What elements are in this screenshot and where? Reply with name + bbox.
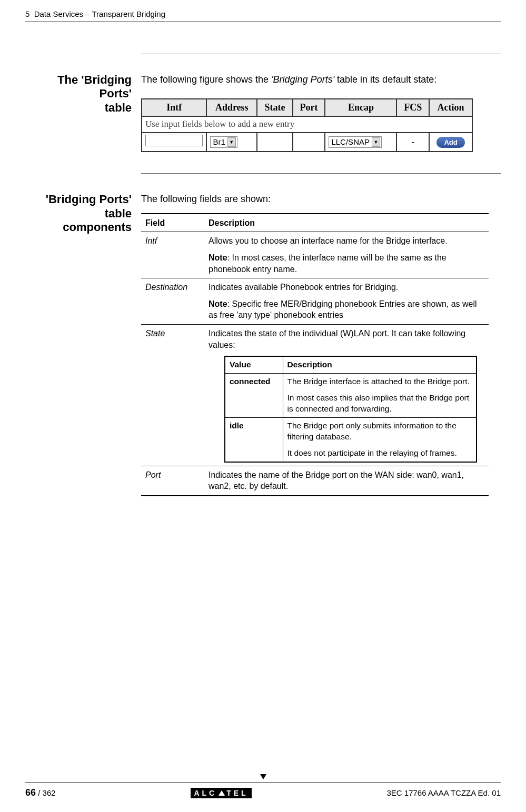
nested-header-value: Value [225,356,283,373]
col-encap: Encap [325,99,396,116]
section-bridging-ports-components: 'Bridging Ports' table components The fo… [25,193,501,496]
bridging-ports-ui-table: Intf Address State Port Encap FCS Action… [141,98,473,152]
fields-header-row: Field Description [141,214,489,232]
section-bridging-ports-table: The 'Bridging Ports' table The following… [25,73,501,152]
address-cell: Br1 ▼ [206,133,257,152]
fcs-cell: - [396,133,429,152]
intro-text: The following fields are shown: [141,193,501,205]
hint-row: Use input fields below to add a new entr… [142,116,472,133]
action-cell: Add [429,133,472,152]
desc-connected: The Bridge interface is attached to the … [283,374,477,418]
nested-header-desc: Description [283,356,477,373]
nested-row-idle: idle The Bridge port only submits inform… [225,417,477,462]
label-line1: The 'Bridging Ports' [57,73,132,100]
address-select[interactable]: Br1 ▼ [210,136,237,148]
col-port: Port [293,99,325,116]
chapter-header: 5 Data Services – Transparent Bridging [25,9,501,18]
col-address: Address [206,99,257,116]
input-row: Br1 ▼ LLC/SNAP ▼ - Add [142,133,472,152]
state-values-table: Value Description connected The Bridge i… [224,356,477,462]
footer-row: 66 / 362 ALCTEL 3EC 17766 AAAA TCZZA Ed.… [25,787,501,798]
label-line1: 'Bridging Ports' table [46,193,132,219]
header-field: Field [141,214,204,232]
row-intf: Intf Allows you to choose an interface n… [141,232,489,278]
row-port: Port Indicates the name of the Bridge po… [141,466,489,496]
value-idle: idle [225,417,283,462]
add-button[interactable]: Add [436,137,464,148]
section-label: 'Bridging Ports' table components [25,193,141,496]
field-name-state: State [141,324,204,466]
header-description: Description [204,214,489,232]
triangle-up-icon [219,790,225,796]
triangle-down-icon [260,774,266,779]
section-label: The 'Bridging Ports' table [25,73,141,152]
label-line2: components [63,220,132,234]
chevron-down-icon: ▼ [372,137,380,147]
section-content: The following figure shows the 'Bridging… [141,73,501,152]
brand-wrap [25,774,501,779]
doc-reference: 3EC 17766 AAAA TCZZA Ed. 01 [386,788,501,797]
chapter-number: 5 [25,9,29,18]
field-desc-port: Indicates the name of the Bridge port on… [204,466,489,496]
fields-table: Field Description Intf Allows you to cho… [141,213,489,496]
encap-cell: LLC/SNAP ▼ [325,133,396,152]
footer-rule [25,783,501,783]
section-content: The following fields are shown: Field De… [141,193,501,496]
field-desc-intf: Allows you to choose an interface name f… [204,232,489,278]
port-cell [293,133,325,152]
field-name-destination: Destination [141,278,204,325]
value-connected: connected [225,374,283,418]
section-divider-2 [141,173,501,174]
chapter-title: Data Services – Transparent Bridging [34,9,165,18]
alcatel-logo: ALCTEL [191,788,251,798]
page-footer: 66 / 362 ALCTEL 3EC 17766 AAAA TCZZA Ed.… [25,774,501,798]
row-state: State Indicates the state of the individ… [141,324,489,466]
col-intf: Intf [142,99,206,116]
intf-input-cell [142,133,206,152]
section-divider-1 [141,54,501,54]
field-desc-state: Indicates the state of the individual (W… [204,324,489,466]
col-state: State [257,99,293,116]
nested-header-row: Value Description [225,356,477,373]
field-desc-destination: Indicates available Phonebook entries fo… [204,278,489,325]
chevron-down-icon: ▼ [227,137,236,147]
page-number: 66 / 362 [25,787,56,798]
header-rule [25,22,501,22]
table-header-row: Intf Address State Port Encap FCS Action [142,99,472,116]
row-destination: Destination Indicates available Phoneboo… [141,278,489,325]
field-name-intf: Intf [141,232,204,278]
state-cell [257,133,293,152]
intro-text: The following figure shows the 'Bridging… [141,73,501,86]
desc-idle: The Bridge port only submits information… [283,417,477,462]
hint-text: Use input fields below to add a new entr… [142,116,472,133]
col-fcs: FCS [396,99,429,116]
nested-row-connected: connected The Bridge interface is attach… [225,374,477,418]
encap-select[interactable]: LLC/SNAP ▼ [329,136,382,148]
intf-input[interactable] [145,135,203,146]
field-name-port: Port [141,466,204,496]
label-line2: table [105,101,132,114]
col-action: Action [429,99,472,116]
